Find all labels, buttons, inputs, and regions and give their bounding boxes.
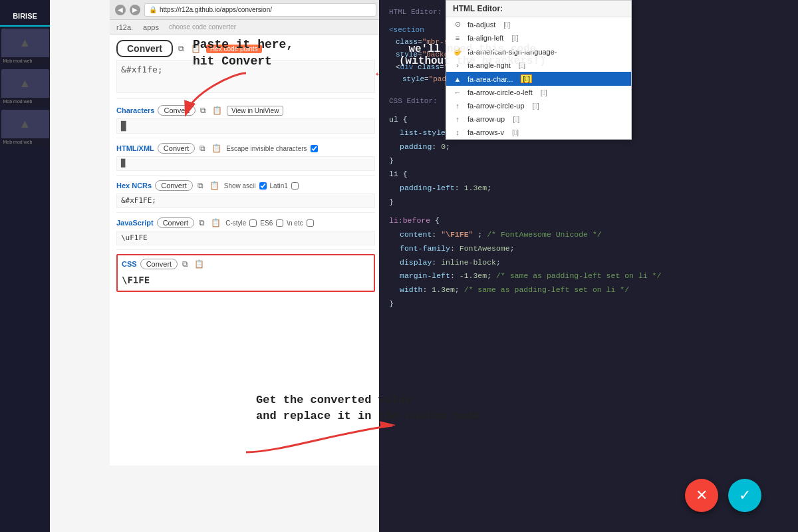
html-xml-file-btn[interactable]: 📋 [210, 142, 223, 154]
dropdown-item-code-8: [] [512, 128, 519, 136]
nav-apps: apps [143, 23, 159, 31]
hex-ncrs-file-btn[interactable]: 📋 [208, 180, 221, 192]
dropdown-item-fa-arrows-v[interactable]: ↕ fa-arrows-v [] [446, 126, 631, 139]
css-line-3: padding: 0; [389, 140, 788, 154]
cancel-button[interactable]: ✕ [685, 479, 718, 512]
dropdown-header: HTML Editor: [446, 1, 631, 17]
top-nav: r12a. apps choose code converter [110, 20, 382, 35]
dropdown-panel: HTML Editor: ⊙ fa-adjust [] ≡ fa-align-… [446, 0, 632, 140]
sidebar-item-1[interactable]: ▲ Mob mod web [1, 29, 49, 65]
mountain-icon-1: ▲ [19, 36, 31, 50]
css-line-13: width: 1.3em; /* same as padding-left se… [389, 283, 788, 297]
netc-checkbox[interactable] [307, 219, 314, 227]
css-line-14: } [389, 297, 788, 311]
dropdown-item-label-7: fa-arrow-up [467, 115, 505, 123]
sidebar-thumb-1: ▲ [1, 29, 49, 57]
dropdown-item-fa-arrow-circle-left[interactable]: ← fa-arrow-circle-o-left [] [446, 86, 631, 99]
fa-area-char-icon: ▲ [453, 75, 462, 83]
url-bar: 🔒 https://r12a.github.io/apps/conversion… [144, 3, 376, 17]
css-line-10: font-family: FontAwesome; [389, 242, 788, 256]
css-copy-btn[interactable]: ⧉ [181, 258, 190, 270]
css-line-4: } [389, 154, 788, 168]
sidebar-item-2[interactable]: ▲ Mob mod web [1, 69, 49, 106]
annotation-get-converted: Get the converted valueand replace it in… [256, 392, 480, 424]
hex-ncrs-copy-btn[interactable]: ⧉ [196, 180, 205, 192]
show-ascii-checkbox[interactable] [259, 182, 267, 190]
sidebar-item-3[interactable]: ▲ Mob mod web [1, 110, 49, 146]
escape-label: Escape invisible characters [226, 145, 307, 152]
dropdown-item-code-5: [] [541, 88, 547, 96]
css-output: \F1FE [122, 272, 370, 288]
annotation-text-1: Paste it here,hit Convert [193, 38, 293, 68]
dropdown-item-fa-adjust[interactable]: ⊙ fa-adjust [] [446, 17, 631, 31]
fa-arrow-circle-up-icon: ↑ [453, 102, 462, 110]
html-editor-title: HTML Editor: [389, 8, 442, 16]
characters-title: Characters [116, 106, 154, 114]
dropdown-item-fa-arrow-up[interactable]: ↑ fa-arrow-up [] [446, 112, 631, 126]
show-ascii-label: Show ascii [224, 182, 256, 190]
css-spacer [389, 209, 788, 214]
dropdown-item-code-6: [] [533, 102, 539, 110]
input-value: &#xf1fe; [121, 65, 163, 74]
dropdown-item-code-0: [] [503, 21, 510, 29]
dropdown-highlight-code: [] [521, 74, 531, 83]
dropdown-item-fa-align-left[interactable]: ≡ fa-align-left [] [446, 31, 631, 45]
back-button[interactable]: ◀ [115, 5, 126, 15]
javascript-title: JavaScript [116, 219, 154, 227]
nav-r12a: r12a. [116, 23, 133, 31]
mountain-icon-2: ▲ [19, 76, 31, 90]
css-line-6: padding-left: 1.3em; [389, 182, 788, 196]
dropdown-item-label-0: fa-adjust [467, 21, 495, 29]
sidebar-thumb-2: ▲ [1, 69, 49, 98]
css-line-5: li { [389, 168, 788, 182]
netc-label: \n etc [287, 219, 303, 227]
section-hex-ncrs: Hex NCRs Convert ⧉ 📋 Show ascii Latin1 &… [116, 180, 375, 213]
confirm-button[interactable]: ✓ [728, 479, 761, 512]
sidebar-label-3: Mob mod web [1, 138, 49, 146]
url-text: https://r12a.github.io/apps/conversion/ [160, 6, 272, 13]
dropdown-item-code-1: [] [511, 34, 518, 42]
html-xml-copy-btn[interactable]: ⧉ [198, 142, 207, 154]
annotation-brackets: we'll need this code(without the bracket… [399, 43, 546, 67]
es6-label: ES6 [260, 219, 273, 227]
sidebar-label-1: Mob mod web [1, 57, 49, 65]
javascript-copy-btn[interactable]: ⧉ [198, 217, 206, 229]
hex-ncrs-convert-btn[interactable]: Convert [155, 180, 193, 191]
escape-checkbox[interactable] [311, 145, 318, 152]
javascript-convert-btn[interactable]: Convert [157, 217, 195, 228]
javascript-file-btn[interactable]: 📋 [209, 217, 222, 229]
sidebar-logo: BIRISE [0, 7, 50, 27]
browser-bar: ◀ ▶ 🔒 https://r12a.github.io/apps/conver… [110, 0, 382, 20]
html-output-icon: ▊ [121, 159, 126, 167]
html-xml-output: ▊ [116, 156, 375, 171]
fa-align-left-icon: ≡ [453, 34, 462, 42]
dropdown-item-fa-arrow-circle-up[interactable]: ↑ fa-arrow-circle-up [] [446, 99, 631, 112]
hex-ncrs-output: &#xF1FE; [116, 194, 375, 208]
css-line-9: content: "\F1FE" ; /* FontAwesome Unicod… [389, 228, 788, 242]
css-convert-btn[interactable]: Convert [140, 259, 178, 269]
annotation-arrow-1 [180, 66, 259, 120]
sidebar-label-2: Mob mod web [1, 98, 49, 106]
char-icon: ▊ [121, 121, 128, 131]
mountain-icon-3: ▲ [19, 117, 31, 131]
css-file-btn[interactable]: 📋 [193, 258, 205, 270]
forward-button[interactable]: ▶ [130, 5, 140, 15]
latin1-checkbox[interactable] [291, 182, 299, 190]
css-line-11: display: inline-block; [389, 256, 788, 270]
css-line-12: margin-left: -1.3em; /* same as padding-… [389, 269, 788, 283]
main-convert-button[interactable]: Convert [116, 40, 173, 57]
html-xml-convert-btn[interactable]: Convert [158, 143, 196, 154]
hex-ncrs-header: Hex NCRs Convert ⧉ 📋 Show ascii Latin1 [116, 180, 375, 192]
fa-arrow-circle-left-icon: ← [453, 88, 462, 96]
copy-icon[interactable]: ⧉ [177, 43, 186, 55]
cstyle-checkbox[interactable] [249, 219, 257, 227]
css-value: \F1FE [122, 275, 150, 285]
es6-checkbox[interactable] [276, 219, 283, 227]
dropdown-item-fa-area-char[interactable]: ▲ fa-area-char... [] [446, 72, 631, 86]
confirm-icon: ✓ [739, 487, 751, 504]
fa-adjust-icon: ⊙ [453, 20, 462, 29]
css-title: CSS [122, 260, 137, 268]
dropdown-item-label-5: fa-arrow-circle-o-left [467, 88, 533, 96]
latin1-label: Latin1 [270, 182, 288, 190]
javascript-value: \uF1FE [121, 233, 148, 242]
